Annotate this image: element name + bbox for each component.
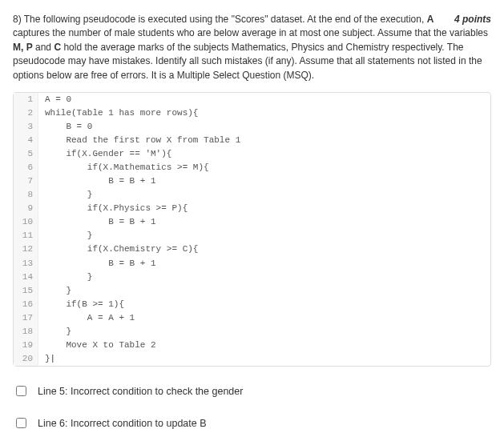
code-line: A = 0 [38, 93, 71, 106]
code-line: B = B + 1 [38, 215, 156, 229]
line-number: 16 [14, 298, 38, 311]
code-line: B = B + 1 [38, 257, 156, 271]
question-text: 4 points 8) The following pseudocode is … [13, 13, 491, 82]
line-number: 17 [14, 311, 38, 325]
code-line: } [38, 229, 92, 243]
code-line: if(X.Physics >= P){ [38, 202, 187, 215]
line-number: 13 [14, 257, 38, 271]
code-line: if(B >= 1){ [38, 298, 124, 311]
code-line: if(X.Mathematics >= M){ [38, 161, 209, 174]
line-number: 20 [14, 352, 38, 366]
points-label: 4 points [454, 13, 491, 26]
line-number: 11 [14, 229, 38, 243]
code-line: B = 0 [38, 120, 92, 134]
code-line: A = A + 1 [38, 311, 135, 325]
option-b-checkbox[interactable] [16, 418, 26, 428]
option-a-label: Line 5: Incorrect condition to check the… [38, 384, 243, 399]
line-number: 4 [14, 134, 38, 147]
code-line: B = B + 1 [38, 174, 156, 188]
line-number: 5 [14, 147, 38, 161]
option-a[interactable]: Line 5: Incorrect condition to check the… [13, 384, 491, 399]
line-number: 18 [14, 325, 38, 339]
line-number: 12 [14, 243, 38, 256]
option-b-label: Line 6: Incorrect condition to update B [38, 416, 207, 429]
option-b[interactable]: Line 6: Incorrect condition to update B [13, 416, 491, 429]
line-number: 6 [14, 161, 38, 174]
code-line: if(X.Gender == 'M'){ [38, 147, 171, 161]
code-block: 1A = 0 2while(Table 1 has more rows){ 3 … [13, 92, 491, 367]
code-line: } [38, 271, 92, 284]
option-a-checkbox[interactable] [16, 386, 26, 396]
question-number: 8) [13, 14, 22, 25]
code-line: } [38, 352, 55, 366]
line-number: 19 [14, 339, 38, 352]
options: Line 5: Incorrect condition to check the… [13, 384, 491, 429]
line-number: 15 [14, 284, 38, 298]
line-number: 9 [14, 202, 38, 215]
line-number: 10 [14, 215, 38, 229]
line-number: 2 [14, 106, 38, 120]
code-line: } [38, 284, 71, 298]
code-line: if(X.Chemistry >= C){ [38, 243, 198, 256]
code-line: while(Table 1 has more rows){ [38, 106, 198, 120]
code-line: Read the first row X from Table 1 [38, 134, 240, 147]
code-line: } [38, 188, 92, 202]
line-number: 8 [14, 188, 38, 202]
code-line: Move X to Table 2 [38, 339, 156, 352]
line-number: 3 [14, 120, 38, 134]
line-number: 14 [14, 271, 38, 284]
line-number: 7 [14, 174, 38, 188]
code-line: } [38, 325, 71, 339]
line-number: 1 [14, 93, 38, 106]
